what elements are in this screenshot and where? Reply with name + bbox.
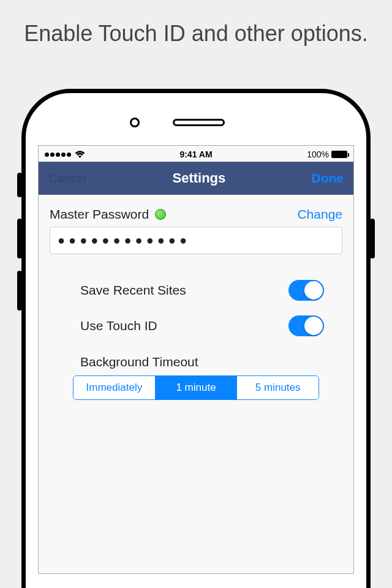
background-timeout-segmented: Immediately 1 minute 5 minutes [73,375,319,400]
screen: 9:41 AM 100% Cancel Settings Done Master… [38,145,354,574]
use-touch-id-toggle[interactable] [288,315,324,336]
battery-percent: 100% [307,149,329,159]
signal-dots-icon [45,153,71,157]
timeout-segment-immediately[interactable]: Immediately [74,376,155,399]
master-password-field[interactable]: ●●●●●●●●●●●● [50,227,342,254]
phone-speaker [173,119,225,126]
change-password-button[interactable]: Change [297,207,342,222]
use-touch-id-label: Use Touch ID [80,318,157,333]
phone-side-button [17,271,22,311]
status-left [45,151,85,159]
phone-camera [130,118,140,127]
status-bar: 9:41 AM 100% [39,146,353,162]
use-touch-id-row: Use Touch ID [50,308,342,344]
cancel-button[interactable]: Cancel [48,172,86,186]
status-right: 100% [307,149,347,159]
page-title: Settings [172,170,225,186]
master-password-header: Master Password Change [50,207,342,222]
nav-bar: Cancel Settings Done [39,162,353,195]
status-time: 9:41 AM [179,149,212,159]
wifi-icon [75,151,85,159]
timeout-segment-5-minutes[interactable]: 5 minutes [236,376,318,399]
save-recent-sites-toggle[interactable] [288,280,324,301]
settings-content: Master Password Change ●●●●●●●●●●●● Save… [39,195,353,412]
phone-side-button [370,219,375,258]
timeout-segment-1-minute[interactable]: 1 minute [155,376,237,399]
master-password-label: Master Password [50,207,149,222]
done-button[interactable]: Done [312,171,344,186]
save-recent-sites-label: Save Recent Sites [80,283,186,298]
save-recent-sites-row: Save Recent Sites [50,273,342,308]
password-status-indicator-icon [155,209,166,220]
phone-side-button [17,219,22,258]
phone-frame: 9:41 AM 100% Cancel Settings Done Master… [21,89,371,588]
battery-icon [331,151,347,158]
phone-side-button [17,173,22,197]
promo-caption: Enable Touch ID and other options. [0,0,392,59]
background-timeout-label: Background Timeout [50,344,342,375]
